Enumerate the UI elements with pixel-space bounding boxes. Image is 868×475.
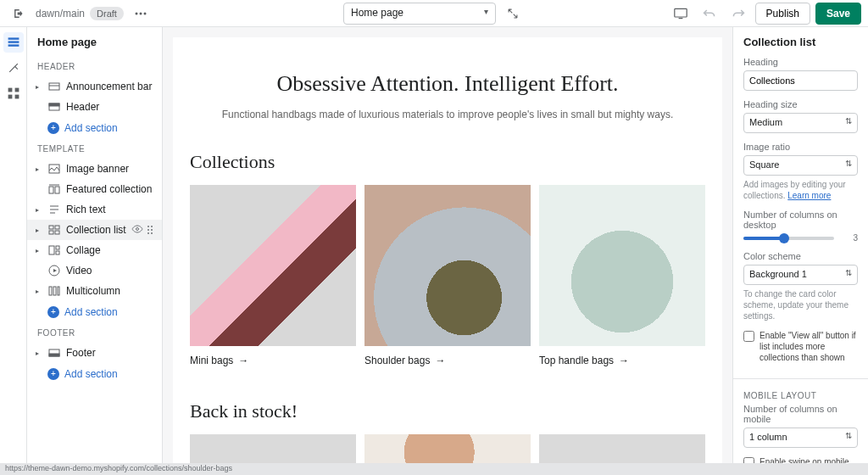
publish-button[interactable]: Publish [755, 3, 810, 25]
viewall-checkbox[interactable] [743, 331, 754, 342]
product-card[interactable] [364, 434, 531, 463]
add-section-footer[interactable]: + Add section [27, 363, 162, 385]
collection-list-icon [47, 224, 61, 236]
arrow-right-icon: → [619, 355, 629, 366]
heading-size-select[interactable]: Medium [743, 113, 858, 133]
svg-point-2 [143, 12, 146, 14]
cols-mobile-select[interactable]: 1 column [743, 428, 858, 448]
preview-frame: Obsessive Attention. Intelligent Effort.… [163, 27, 732, 463]
collection-card[interactable]: Mini bags→ [190, 185, 356, 366]
swipe-label: Enable swipe on mobile [760, 456, 849, 463]
redo-icon[interactable] [726, 2, 750, 25]
sidebar-item-header[interactable]: Header [27, 97, 162, 117]
svg-point-0 [135, 12, 137, 14]
drag-handle-icon[interactable] [147, 225, 153, 235]
inspector-toggle-icon[interactable] [501, 2, 525, 25]
sidebar-item-rich-text[interactable]: ▸ Rich text [27, 199, 162, 220]
collection-label: Shoulder bags [364, 355, 430, 366]
cols-desktop-value: 3 [839, 233, 858, 243]
image-icon [47, 163, 61, 175]
sidebar-item-multicolumn[interactable]: ▸ Multicolumn [27, 281, 162, 301]
video-icon [47, 265, 61, 277]
rail-sections-icon[interactable] [3, 32, 24, 53]
sidebar-group-template: TEMPLATE [27, 139, 162, 159]
theme-status-badge: Draft [90, 7, 124, 20]
collection-image [190, 185, 356, 346]
cols-desktop-slider[interactable] [743, 237, 834, 240]
sidebar-item-label: Header [66, 101, 99, 113]
add-section-template[interactable]: + Add section [27, 301, 162, 323]
swipe-checkbox-row[interactable]: Enable swipe on mobile [743, 456, 858, 463]
cols-mobile-label: Number of columns on mobile [743, 404, 858, 424]
svg-point-23 [151, 226, 153, 227]
page-selector-value: Home page [351, 7, 403, 19]
sidebar-group-footer: FOOTER [27, 323, 162, 343]
plus-icon: + [47, 368, 59, 380]
sidebar-item-collection-list[interactable]: ▸ Collection list [27, 220, 162, 240]
svg-point-21 [136, 228, 139, 231]
svg-rect-16 [55, 187, 59, 193]
product-card[interactable] [539, 434, 705, 463]
collection-card[interactable]: Shoulder bags→ [364, 185, 531, 366]
image-ratio-select[interactable]: Square [743, 155, 858, 176]
cols-desktop-label: Number of columns on desktop [743, 210, 858, 230]
svg-rect-33 [53, 287, 56, 295]
image-ratio-help: Add images by editing your collections. … [743, 179, 858, 201]
collection-icon [47, 183, 61, 195]
status-bar: https://theme-dawn-demo.myshopify.com/co… [0, 463, 868, 475]
viewall-label: Enable "View all" button if list include… [760, 330, 858, 363]
sidebar-item-label: Featured collection [66, 183, 152, 195]
footer-icon [47, 347, 61, 359]
chevron-right-icon: ▸ [36, 165, 42, 173]
collections-grid: Mini bags→ Shoulder bags→ Top handle bag… [190, 185, 705, 366]
exit-icon[interactable] [7, 2, 31, 25]
heading-input[interactable] [743, 70, 858, 91]
sidebar-item-label: Rich text [66, 204, 106, 215]
sidebar-item-collage[interactable]: ▸ Collage [27, 240, 162, 260]
sidebar-group-header: HEADER [27, 57, 162, 76]
inspector-title: Collection list [733, 27, 868, 57]
announcement-icon [47, 81, 61, 92]
page-selector[interactable]: Home page [343, 3, 496, 25]
sidebar-item-video[interactable]: Video [27, 260, 162, 281]
collection-image [364, 185, 531, 346]
topbar: dawn/main Draft Home page Publi [0, 0, 868, 27]
viewall-checkbox-row[interactable]: Enable "View all" button if list include… [743, 330, 858, 363]
more-icon[interactable] [129, 2, 153, 25]
image-ratio-label: Image ratio [743, 142, 858, 152]
learn-more-link[interactable]: Learn more [787, 191, 831, 200]
undo-icon[interactable] [698, 2, 721, 25]
chevron-right-icon: ▸ [36, 226, 42, 234]
sidebar-item-announcement-bar[interactable]: ▸ Announcement bar [27, 76, 162, 97]
collections-heading: Collections [190, 151, 705, 173]
svg-rect-5 [8, 41, 19, 42]
collection-image [539, 185, 705, 346]
theme-name: dawn/main [36, 8, 85, 20]
rail-theme-settings-icon[interactable] [3, 58, 24, 78]
svg-rect-18 [55, 226, 59, 229]
collage-icon [47, 244, 61, 256]
svg-rect-36 [49, 354, 59, 356]
viewport-desktop-icon[interactable] [669, 2, 693, 25]
svg-rect-19 [49, 231, 53, 234]
svg-rect-20 [55, 231, 59, 234]
add-section-header[interactable]: + Add section [27, 117, 162, 139]
hero-title: Obsessive Attention. Intelligent Effort. [190, 71, 705, 97]
mobile-layout-heading: MOBILE LAYOUT [733, 386, 868, 404]
eye-icon[interactable] [131, 225, 143, 235]
save-button[interactable]: Save [815, 3, 861, 25]
sidebar-item-label: Announcement bar [66, 81, 152, 92]
svg-rect-30 [56, 251, 59, 254]
collection-card[interactable]: Top handle bags→ [539, 185, 705, 366]
chevron-right-icon: ▸ [36, 247, 42, 254]
sidebar-item-footer[interactable]: ▸ Footer [27, 343, 162, 363]
color-scheme-select[interactable]: Background 1 [743, 265, 858, 285]
sidebar-item-image-banner[interactable]: ▸ Image banner [27, 159, 162, 179]
svg-rect-7 [8, 88, 12, 92]
rail-apps-icon[interactable] [3, 83, 24, 103]
svg-rect-8 [14, 88, 19, 92]
color-scheme-label: Color scheme [743, 251, 858, 261]
product-card[interactable] [190, 434, 356, 463]
sidebar-item-featured-collection[interactable]: Featured collection [27, 179, 162, 199]
swipe-checkbox[interactable] [743, 457, 754, 463]
